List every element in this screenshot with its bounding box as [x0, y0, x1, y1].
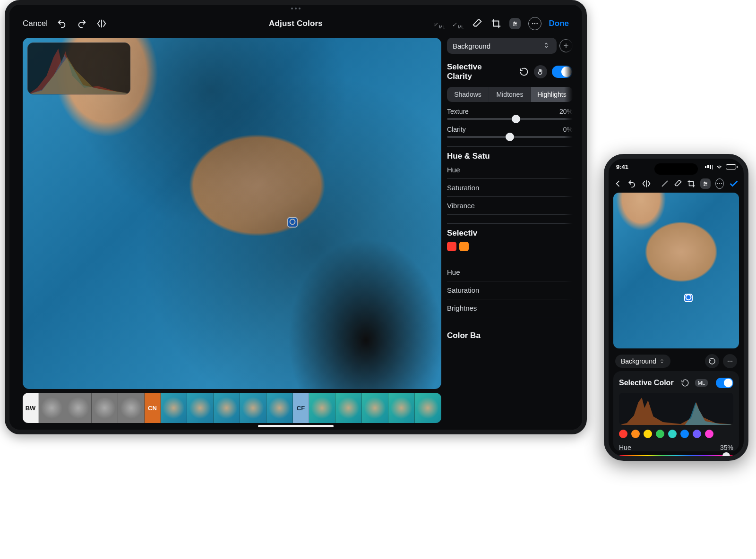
face-marker-icon[interactable]	[684, 294, 693, 302]
reset-icon[interactable]	[518, 66, 530, 77]
row-saturation[interactable]: Saturation	[447, 179, 573, 197]
row-sat2[interactable]: Saturation	[447, 281, 573, 299]
filmstrip-chip-cf[interactable]: CF	[293, 393, 309, 423]
svg-point-15	[704, 182, 705, 183]
compare-icon[interactable]	[96, 18, 107, 29]
redo-icon[interactable]	[76, 18, 87, 29]
tone-segmented[interactable]: Shadows Midtones Highlights	[447, 87, 573, 102]
filmstrip-thumb[interactable]	[362, 393, 388, 423]
compare-icon[interactable]	[642, 178, 651, 189]
svg-point-7	[532, 23, 533, 24]
filmstrip-thumb[interactable]	[92, 393, 118, 423]
side-panel: Background Selective Clarity	[447, 38, 573, 423]
layer-pill-label: Background	[621, 357, 656, 365]
more-icon[interactable]	[723, 354, 737, 368]
texture-row: Texture20%	[447, 108, 573, 120]
iphone-frame: 9:41 Background	[604, 154, 748, 461]
filmstrip-thumb[interactable]	[187, 393, 214, 423]
sliders-icon[interactable]	[509, 18, 521, 29]
done-button[interactable]: Done	[549, 19, 569, 28]
swatch-orange[interactable]	[631, 430, 640, 438]
clarity-slider[interactable]	[447, 136, 573, 138]
filmstrip-thumb[interactable]	[214, 393, 240, 423]
iphone-canvas[interactable]	[613, 193, 739, 348]
filmstrip-chip-cn[interactable]: CN	[145, 393, 161, 423]
status-time: 9:41	[616, 163, 628, 170]
filmstrip-thumb[interactable]	[309, 393, 335, 423]
row-hue[interactable]: Hue	[447, 161, 573, 179]
swatch-teal[interactable]	[668, 430, 677, 438]
back-icon[interactable]	[613, 178, 623, 189]
cancel-button[interactable]: Cancel	[23, 19, 48, 28]
filmstrip-thumb[interactable]	[415, 393, 441, 423]
check-icon[interactable]	[729, 178, 739, 189]
magic-wand-ml-icon[interactable]: ML	[434, 18, 445, 29]
filmstrip-thumb[interactable]	[39, 393, 65, 423]
eraser-icon[interactable]	[472, 18, 483, 29]
swatch-green[interactable]	[656, 430, 664, 438]
reset-icon[interactable]	[705, 354, 719, 368]
svg-point-18	[717, 183, 718, 184]
hue-slider[interactable]	[619, 455, 733, 457]
hue-value: 35%	[720, 444, 733, 451]
sliders-icon[interactable]	[700, 178, 711, 189]
home-indicator[interactable]	[258, 425, 334, 427]
filmstrip-thumb[interactable]	[65, 393, 92, 423]
face-marker-icon[interactable]	[287, 217, 298, 228]
clarity-row: Clarity0%	[447, 126, 573, 138]
filmstrip-thumb[interactable]	[266, 393, 293, 423]
row-brightness[interactable]: Brightnes	[447, 299, 573, 317]
svg-point-4	[514, 22, 515, 23]
filmstrip-thumb[interactable]	[118, 393, 145, 423]
filmstrip-chip-bw[interactable]: BW	[23, 393, 39, 423]
swatch-blue[interactable]	[680, 430, 689, 438]
texture-label: Texture	[447, 108, 469, 115]
swatch-orange[interactable]	[459, 242, 469, 251]
segment-shadows[interactable]: Shadows	[447, 87, 489, 102]
filmstrip[interactable]: BW CN CF	[23, 393, 441, 423]
ipad-frame: Cancel Adjust Colors ML	[5, 0, 587, 434]
undo-icon[interactable]	[56, 18, 68, 29]
selective-clarity-panel: Selective Clarity Shadows Midtones	[447, 62, 573, 138]
histogram-inset[interactable]	[27, 42, 130, 94]
layer-pill-row: Background	[615, 354, 737, 368]
ml-curve-icon[interactable]: ML	[453, 18, 464, 29]
selective-color-title: Selective Color	[619, 379, 675, 387]
filmstrip-thumb[interactable]	[161, 393, 187, 423]
swatch-red[interactable]	[447, 242, 456, 251]
layer-pill[interactable]: Background	[615, 355, 670, 368]
more-icon[interactable]	[528, 17, 541, 30]
filmstrip-thumb[interactable]	[240, 393, 266, 423]
ml-chip[interactable]: ML	[695, 379, 708, 387]
magic-wand-icon[interactable]	[661, 178, 669, 189]
swatch-magenta[interactable]	[705, 430, 713, 438]
ipad-toolbar: Cancel Adjust Colors ML	[23, 15, 569, 32]
layer-select[interactable]: Background	[447, 38, 557, 54]
page-title: Adjust Colors	[269, 19, 323, 28]
crop-icon[interactable]	[687, 178, 696, 189]
hue-sat-title: Hue & Satu	[447, 152, 573, 161]
row-hue2[interactable]: Hue	[447, 263, 573, 281]
selective-color-toggle[interactable]	[716, 378, 733, 388]
segment-midtones[interactable]: Midtones	[489, 87, 531, 102]
color-balance-title-partial: Color Ba	[447, 331, 573, 340]
finger-icon[interactable]	[534, 65, 547, 78]
clarity-label: Clarity	[447, 126, 466, 133]
filmstrip-thumb[interactable]	[388, 393, 415, 423]
crop-icon[interactable]	[490, 18, 502, 29]
undo-icon[interactable]	[627, 178, 637, 189]
texture-slider[interactable]	[447, 118, 573, 120]
reset-icon[interactable]	[680, 378, 690, 388]
svg-point-16	[706, 183, 707, 184]
swatch-red[interactable]	[619, 430, 627, 438]
battery-icon	[726, 164, 736, 169]
swatch-yellow[interactable]	[644, 430, 652, 438]
eraser-icon[interactable]	[674, 178, 682, 189]
more-icon[interactable]	[715, 178, 724, 189]
swatch-purple[interactable]	[693, 430, 701, 438]
multitask-handle-icon[interactable]	[291, 8, 301, 9]
row-vibrance[interactable]: Vibrance	[447, 197, 573, 215]
ipad-screen: Cancel Adjust Colors ML	[9, 5, 582, 430]
canvas[interactable]	[23, 38, 441, 389]
filmstrip-thumb[interactable]	[335, 393, 362, 423]
